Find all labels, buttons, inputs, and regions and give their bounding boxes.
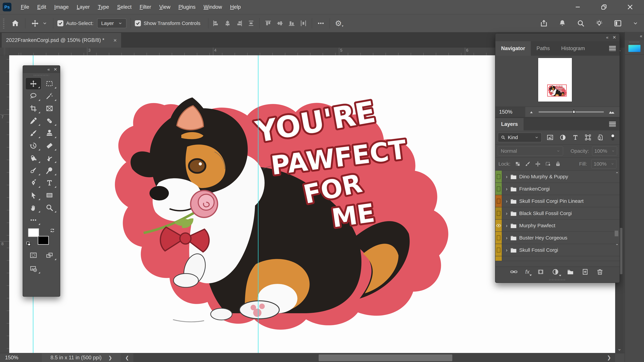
swap-colors-icon[interactable] xyxy=(50,228,55,233)
tab-layers[interactable]: Layers xyxy=(496,118,524,130)
layer-row[interactable]: ›Murphy Pawfect xyxy=(496,220,620,232)
zoom-level-field[interactable]: 150% xyxy=(0,355,42,361)
lock-position-icon[interactable] xyxy=(535,161,541,167)
layer-name[interactable]: Dino Murphy & Puppy xyxy=(519,174,568,179)
menu-help[interactable]: Help xyxy=(227,3,244,11)
layer-styles-icon[interactable]: fx xyxy=(525,269,530,275)
align-vertical-centers-icon[interactable] xyxy=(276,20,283,27)
document-info[interactable]: 8.5 in x 11 in (500 ppi) ❯ xyxy=(42,353,121,362)
spot-healing-brush-tool[interactable] xyxy=(42,115,58,127)
layer-filter-dropdown[interactable]: Kind xyxy=(498,133,542,142)
filter-type-layers-icon[interactable] xyxy=(572,134,578,141)
horizontal-scroll-thumb[interactable] xyxy=(319,355,452,361)
layer-name[interactable]: Black Skull Fossil Corgi xyxy=(519,211,572,216)
reference-image-thumbnail[interactable] xyxy=(628,45,640,52)
navigator-zoom-field[interactable]: 150% xyxy=(496,107,525,117)
more-options-icon[interactable] xyxy=(317,19,324,27)
smudge-tool[interactable] xyxy=(42,152,58,164)
brush-tool[interactable] xyxy=(25,127,42,139)
lock-paint-icon[interactable] xyxy=(525,161,531,167)
add-layer-mask-icon[interactable] xyxy=(537,268,544,275)
distribute-horizontal-centers-icon[interactable] xyxy=(300,20,307,27)
lock-all-icon[interactable] xyxy=(555,161,561,167)
home-icon[interactable] xyxy=(10,19,21,27)
delete-layer-trash-icon[interactable] xyxy=(596,268,604,275)
share-icon[interactable] xyxy=(540,19,548,27)
layer-row[interactable]: ›Skull Fossil Corgi Pin Lineart xyxy=(496,195,620,207)
clone-stamp-tool[interactable] xyxy=(42,127,58,139)
scroll-right-icon[interactable]: ❯ xyxy=(607,355,611,361)
align-top-edges-icon[interactable] xyxy=(265,20,272,27)
navigator-menu-icon[interactable] xyxy=(609,46,616,51)
align-right-edges-icon[interactable] xyxy=(236,20,243,27)
menu-window[interactable]: Window xyxy=(200,3,226,11)
visibility-toggle[interactable] xyxy=(496,232,502,244)
layers-scroll-thumb[interactable] xyxy=(615,231,618,236)
restore-button[interactable] xyxy=(600,3,608,11)
chevron-down-icon[interactable] xyxy=(40,21,49,26)
visibility-toggle[interactable] xyxy=(496,244,502,256)
discover-lightbulb-icon[interactable] xyxy=(595,19,603,27)
expand-group-icon[interactable]: › xyxy=(506,223,508,228)
dodge-tool[interactable] xyxy=(42,164,58,177)
opacity-field[interactable]: 100% xyxy=(592,146,617,156)
vertical-ruler[interactable]: 789 xyxy=(0,55,9,353)
navigator-preview[interactable] xyxy=(496,56,620,107)
options-bar-grip[interactable] xyxy=(3,18,4,29)
lock-artboard-icon[interactable] xyxy=(545,161,551,167)
layer-row[interactable]: ›Skull Fossil Corgi xyxy=(496,244,620,256)
menu-filter[interactable]: Filter xyxy=(136,3,155,11)
tab-navigator[interactable]: Navigator xyxy=(496,41,531,56)
new-adjustment-layer-icon[interactable] xyxy=(552,268,559,275)
minimize-button[interactable] xyxy=(574,3,582,11)
tab-paths[interactable]: Paths xyxy=(531,41,556,56)
align-bottom-edges-icon[interactable] xyxy=(288,20,295,27)
expand-group-icon[interactable]: › xyxy=(506,247,508,253)
search-icon[interactable] xyxy=(577,19,585,27)
navigator-zoom-slider[interactable] xyxy=(539,111,604,113)
layers-menu-icon[interactable] xyxy=(609,122,616,127)
panel-resize-grip[interactable] xyxy=(496,277,620,283)
lasso-tool[interactable] xyxy=(25,90,42,102)
document-tab[interactable]: 2022FrankenCorgi.psd @ 150% (RGB/8) * × xyxy=(2,33,121,48)
layer-name[interactable]: Skull Fossil Corgi xyxy=(519,247,558,253)
tab-histogram[interactable]: Histogram xyxy=(556,41,590,56)
move-tool-icon[interactable] xyxy=(30,19,40,27)
fill-field[interactable]: 100% xyxy=(591,159,616,169)
layer-name[interactable]: Murphy Pawfect xyxy=(519,223,555,228)
new-group-folder-icon[interactable] xyxy=(567,268,574,276)
capture-image-button[interactable] xyxy=(25,263,42,275)
menu-file[interactable]: File xyxy=(18,3,32,11)
filter-pixel-layers-icon[interactable] xyxy=(547,134,554,141)
tools-palette-grip[interactable] xyxy=(23,73,60,77)
zoom-out-icon[interactable] xyxy=(529,109,534,114)
expand-group-icon[interactable]: › xyxy=(506,198,508,204)
close-button[interactable] xyxy=(626,3,634,11)
link-layers-icon[interactable] xyxy=(510,268,518,276)
crop-tool[interactable] xyxy=(25,102,42,115)
close-panel-icon[interactable]: ✕ xyxy=(54,67,57,72)
quick-mask-button[interactable] xyxy=(25,249,42,261)
collapse-panel-icon[interactable]: « xyxy=(48,67,49,72)
distribute-vertical-centers-icon[interactable] xyxy=(248,20,254,27)
edit-toolbar[interactable] xyxy=(25,214,42,226)
visibility-toggle[interactable] xyxy=(496,183,502,195)
visibility-eye-icon[interactable] xyxy=(496,220,502,231)
horizontal-scrollbar[interactable]: ❯ xyxy=(133,353,615,362)
filter-adjustment-layers-icon[interactable] xyxy=(560,134,566,141)
menu-layer[interactable]: Layer xyxy=(74,3,93,11)
eraser-tool[interactable] xyxy=(42,139,58,152)
pen-tool[interactable] xyxy=(25,177,42,189)
menu-type[interactable]: Type xyxy=(94,3,112,11)
layer-name[interactable]: FrankenCorgi xyxy=(519,186,550,192)
layers-scroll-up-icon[interactable]: ⌃ xyxy=(615,171,619,176)
workspace-switcher-icon[interactable] xyxy=(614,19,622,27)
filter-toggle-icon[interactable] xyxy=(610,134,616,141)
foreground-color-swatch[interactable] xyxy=(28,228,39,237)
zoom-slider-thumb[interactable] xyxy=(571,109,576,115)
menu-select[interactable]: Select xyxy=(114,3,135,11)
visibility-toggle[interactable] xyxy=(496,207,502,219)
visibility-toggle[interactable] xyxy=(496,195,502,207)
path-selection-tool[interactable] xyxy=(25,189,42,201)
layer-row[interactable]: ›Black Skull Fossil Corgi xyxy=(496,207,620,220)
